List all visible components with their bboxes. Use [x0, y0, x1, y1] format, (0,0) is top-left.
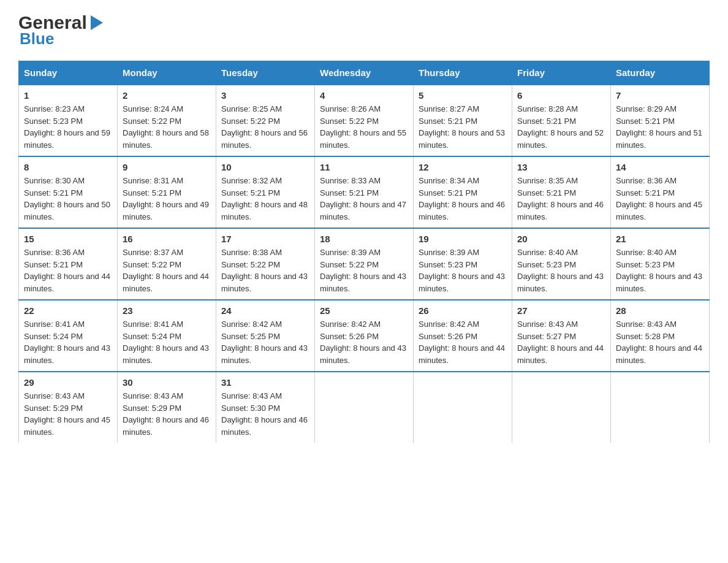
day-number: 17	[221, 234, 309, 244]
day-number: 3	[221, 90, 309, 101]
header-saturday: Saturday	[611, 61, 710, 85]
day-number: 28	[616, 305, 704, 316]
day-cell: 29 Sunrise: 8:43 AMSunset: 5:29 PMDaylig…	[19, 372, 118, 443]
day-number: 10	[221, 162, 309, 172]
day-cell: 10 Sunrise: 8:32 AMSunset: 5:21 PMDaylig…	[216, 156, 315, 228]
day-number: 9	[123, 162, 211, 172]
day-info: Sunrise: 8:36 AMSunset: 5:21 PMDaylight:…	[616, 175, 704, 223]
day-number: 13	[517, 162, 605, 172]
day-cell: 23 Sunrise: 8:41 AMSunset: 5:24 PMDaylig…	[118, 300, 216, 372]
day-cell: 13 Sunrise: 8:35 AMSunset: 5:21 PMDaylig…	[512, 156, 611, 228]
day-info: Sunrise: 8:40 AMSunset: 5:23 PMDaylight:…	[616, 247, 704, 294]
day-info: Sunrise: 8:39 AMSunset: 5:22 PMDaylight:…	[320, 247, 408, 294]
day-number: 15	[24, 234, 112, 244]
calendar-header: Sunday Monday Tuesday Wednesday Thursday…	[19, 61, 710, 85]
day-cell	[611, 372, 710, 443]
day-info: Sunrise: 8:42 AMSunset: 5:25 PMDaylight:…	[221, 318, 309, 366]
day-number: 21	[616, 234, 704, 244]
day-number: 12	[419, 162, 507, 172]
day-cell: 21 Sunrise: 8:40 AMSunset: 5:23 PMDaylig…	[611, 228, 710, 300]
day-cell: 14 Sunrise: 8:36 AMSunset: 5:21 PMDaylig…	[611, 156, 710, 228]
calendar-body: 1 Sunrise: 8:23 AMSunset: 5:23 PMDayligh…	[19, 85, 710, 443]
week-row-5: 29 Sunrise: 8:43 AMSunset: 5:29 PMDaylig…	[19, 372, 710, 443]
day-number: 14	[616, 162, 704, 172]
header-friday: Friday	[512, 61, 611, 85]
day-info: Sunrise: 8:24 AMSunset: 5:22 PMDaylight:…	[123, 103, 211, 151]
day-info: Sunrise: 8:42 AMSunset: 5:26 PMDaylight:…	[320, 318, 408, 366]
day-number: 2	[123, 90, 211, 101]
day-number: 24	[221, 305, 309, 316]
day-cell: 1 Sunrise: 8:23 AMSunset: 5:23 PMDayligh…	[19, 85, 118, 156]
day-number: 20	[517, 234, 605, 244]
day-cell: 22 Sunrise: 8:41 AMSunset: 5:24 PMDaylig…	[19, 300, 118, 372]
day-info: Sunrise: 8:42 AMSunset: 5:26 PMDaylight:…	[419, 318, 507, 366]
week-row-2: 8 Sunrise: 8:30 AMSunset: 5:21 PMDayligh…	[19, 156, 710, 228]
day-cell: 30 Sunrise: 8:43 AMSunset: 5:29 PMDaylig…	[118, 372, 216, 443]
day-info: Sunrise: 8:23 AMSunset: 5:23 PMDaylight:…	[24, 103, 112, 151]
week-row-4: 22 Sunrise: 8:41 AMSunset: 5:24 PMDaylig…	[19, 300, 710, 372]
day-number: 16	[123, 234, 211, 244]
day-number: 5	[419, 90, 507, 101]
day-info: Sunrise: 8:26 AMSunset: 5:22 PMDaylight:…	[320, 103, 408, 151]
logo-blue: Blue	[20, 29, 54, 48]
header-thursday: Thursday	[414, 61, 512, 85]
day-number: 11	[320, 162, 408, 172]
day-number: 27	[517, 305, 605, 316]
day-info: Sunrise: 8:43 AMSunset: 5:30 PMDaylight:…	[221, 390, 309, 438]
day-cell	[512, 372, 611, 443]
day-number: 25	[320, 305, 408, 316]
day-cell: 12 Sunrise: 8:34 AMSunset: 5:21 PMDaylig…	[414, 156, 512, 228]
day-info: Sunrise: 8:43 AMSunset: 5:28 PMDaylight:…	[616, 318, 704, 366]
day-info: Sunrise: 8:43 AMSunset: 5:29 PMDaylight:…	[24, 390, 112, 438]
day-number: 4	[320, 90, 408, 101]
day-cell: 8 Sunrise: 8:30 AMSunset: 5:21 PMDayligh…	[19, 156, 118, 228]
page-header: General Blue	[18, 12, 710, 48]
header-tuesday: Tuesday	[216, 61, 315, 85]
day-info: Sunrise: 8:28 AMSunset: 5:21 PMDaylight:…	[517, 103, 605, 151]
day-info: Sunrise: 8:43 AMSunset: 5:29 PMDaylight:…	[123, 390, 211, 438]
day-info: Sunrise: 8:34 AMSunset: 5:21 PMDaylight:…	[419, 175, 507, 223]
day-cell: 11 Sunrise: 8:33 AMSunset: 5:21 PMDaylig…	[315, 156, 414, 228]
day-info: Sunrise: 8:40 AMSunset: 5:23 PMDaylight:…	[517, 247, 605, 294]
day-info: Sunrise: 8:31 AMSunset: 5:21 PMDaylight:…	[123, 175, 211, 223]
calendar-table: Sunday Monday Tuesday Wednesday Thursday…	[18, 61, 710, 443]
day-info: Sunrise: 8:43 AMSunset: 5:27 PMDaylight:…	[517, 318, 605, 366]
day-cell	[315, 372, 414, 443]
day-info: Sunrise: 8:30 AMSunset: 5:21 PMDaylight:…	[24, 175, 112, 223]
header-row: Sunday Monday Tuesday Wednesday Thursday…	[19, 61, 710, 85]
header-monday: Monday	[118, 61, 216, 85]
day-info: Sunrise: 8:33 AMSunset: 5:21 PMDaylight:…	[320, 175, 408, 223]
day-cell: 9 Sunrise: 8:31 AMSunset: 5:21 PMDayligh…	[118, 156, 216, 228]
day-number: 22	[24, 305, 112, 316]
day-cell: 19 Sunrise: 8:39 AMSunset: 5:23 PMDaylig…	[414, 228, 512, 300]
day-number: 29	[24, 377, 112, 388]
day-number: 6	[517, 90, 605, 101]
day-info: Sunrise: 8:38 AMSunset: 5:22 PMDaylight:…	[221, 247, 309, 294]
day-cell: 17 Sunrise: 8:38 AMSunset: 5:22 PMDaylig…	[216, 228, 315, 300]
day-cell: 15 Sunrise: 8:36 AMSunset: 5:21 PMDaylig…	[19, 228, 118, 300]
day-cell: 28 Sunrise: 8:43 AMSunset: 5:28 PMDaylig…	[611, 300, 710, 372]
day-number: 19	[419, 234, 507, 244]
day-number: 7	[616, 90, 704, 101]
week-row-1: 1 Sunrise: 8:23 AMSunset: 5:23 PMDayligh…	[19, 85, 710, 156]
header-wednesday: Wednesday	[315, 61, 414, 85]
day-number: 31	[221, 377, 309, 388]
week-row-3: 15 Sunrise: 8:36 AMSunset: 5:21 PMDaylig…	[19, 228, 710, 300]
day-info: Sunrise: 8:36 AMSunset: 5:21 PMDaylight:…	[24, 247, 112, 294]
day-info: Sunrise: 8:41 AMSunset: 5:24 PMDaylight:…	[123, 318, 211, 366]
day-number: 23	[123, 305, 211, 316]
day-number: 8	[24, 162, 112, 172]
day-number: 18	[320, 234, 408, 244]
logo: General Blue	[18, 12, 105, 48]
day-cell: 3 Sunrise: 8:25 AMSunset: 5:22 PMDayligh…	[216, 85, 315, 156]
day-cell: 26 Sunrise: 8:42 AMSunset: 5:26 PMDaylig…	[414, 300, 512, 372]
day-cell: 20 Sunrise: 8:40 AMSunset: 5:23 PMDaylig…	[512, 228, 611, 300]
logo-icon	[88, 14, 105, 31]
day-number: 30	[123, 377, 211, 388]
day-info: Sunrise: 8:35 AMSunset: 5:21 PMDaylight:…	[517, 175, 605, 223]
day-cell: 4 Sunrise: 8:26 AMSunset: 5:22 PMDayligh…	[315, 85, 414, 156]
day-number: 26	[419, 305, 507, 316]
day-cell: 5 Sunrise: 8:27 AMSunset: 5:21 PMDayligh…	[414, 85, 512, 156]
day-info: Sunrise: 8:32 AMSunset: 5:21 PMDaylight:…	[221, 175, 309, 223]
svg-marker-0	[91, 15, 103, 30]
